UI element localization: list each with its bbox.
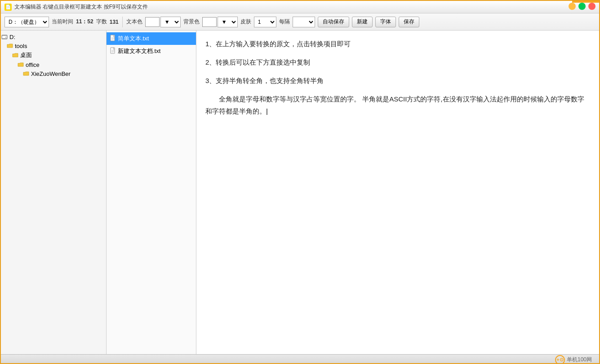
file-label-newdoc: 新建文本文档.txt	[118, 47, 160, 55]
arrow-annotation	[196, 31, 205, 84]
main-area: D:tools桌面officeXieZuoWenBer 简单文本.txt新建文本…	[1, 31, 599, 354]
window-title: 文本编辑器 右键点目录框可新建文本 按F9可以保存文件	[14, 3, 148, 11]
separator1	[122, 17, 123, 27]
content-area[interactable]: 1、在上方输入要转换的原文，点击转换项目即可2、转换后可以在下方直接选中复制3、…	[196, 31, 599, 354]
tree-label-office: office	[26, 61, 40, 68]
file-item-newdoc[interactable]: 新建文本文档.txt	[107, 45, 196, 57]
interval-label: 每隔	[279, 18, 290, 26]
char-count-label: 字数	[96, 18, 107, 26]
new-button[interactable]: 新建	[352, 17, 373, 27]
bg-color-box	[202, 17, 217, 27]
app-icon: 📄	[4, 4, 12, 11]
text-color-select[interactable]: ▼	[160, 17, 181, 27]
time-value: 11：52	[76, 18, 93, 26]
interval-select[interactable]	[293, 17, 315, 27]
tree-item-office[interactable]: office	[1, 60, 106, 69]
bg-color-wrap: ▼	[202, 17, 238, 27]
tree-icon-office	[17, 61, 24, 68]
tree-icon-tools	[6, 42, 13, 49]
content-line-line3: 3、支持半角转全角，也支持全角转半角	[205, 75, 590, 87]
text-color-wrap: ▼	[145, 17, 181, 27]
tree-label-D: D:	[9, 34, 15, 40]
file-label-simple: 简单文本.txt	[118, 35, 149, 43]
accent-line	[572, 1, 599, 3]
toolbar: D：（硬盘） 当前时间 11：52 字数 131 文本色 ▼ 背景色 ▼ 皮肤 …	[1, 13, 599, 31]
tree-item-D[interactable]: D:	[1, 32, 106, 41]
close-button[interactable]	[588, 3, 596, 10]
drive-select[interactable]: D：（硬盘）	[4, 17, 49, 27]
svg-point-2	[5, 37, 6, 38]
tree-icon-desktop	[12, 52, 19, 59]
time-label: 当前时间	[52, 18, 73, 26]
tree-icon-xiezuo	[22, 70, 30, 77]
font-button[interactable]: 字体	[375, 17, 396, 27]
title-bar: 📄 文本编辑器 右键点目录框可新建文本 按F9可以保存文件	[1, 1, 599, 13]
content-line-line1: 1、在上方输入要转换的原文，点击转换项目即可	[205, 38, 590, 50]
window-controls	[569, 3, 596, 10]
tree-item-xiezuo[interactable]: XieZuoWenBer	[1, 69, 106, 78]
bg-color-select[interactable]: ▼	[218, 17, 238, 27]
tree-item-tools[interactable]: tools	[1, 41, 106, 50]
tree-label-xiezuo: XieZuoWenBer	[31, 70, 71, 77]
tree-label-tools: tools	[15, 43, 27, 49]
content-line-line2: 2、转换后可以在下方直接选中复制	[205, 56, 590, 68]
skin-select[interactable]: 1	[254, 17, 276, 27]
text-color-box	[145, 17, 160, 27]
auto-save-button[interactable]: 自动保存	[318, 17, 349, 27]
site-name: 单机100网	[567, 356, 592, 364]
file-tree: D:tools桌面officeXieZuoWenBer	[1, 31, 107, 354]
tree-label-desktop: 桌面	[20, 51, 32, 59]
tree-icon-D	[1, 33, 8, 40]
text-color-label: 文本色	[126, 18, 142, 26]
status-logo: +⊙ 单机100网	[555, 355, 592, 364]
bg-color-label: 背景色	[183, 18, 200, 26]
save-button[interactable]: 保存	[399, 17, 419, 27]
content-line-line4: 全角就是字母和数字等与汉字占等宽位置的字。 半角就是ASCII方式的字符,在没有…	[205, 93, 590, 117]
file-icon-simple	[110, 35, 116, 43]
tree-item-desktop[interactable]: 桌面	[1, 50, 106, 60]
skin-label: 皮肤	[240, 18, 251, 26]
file-icon-newdoc	[110, 47, 116, 55]
file-item-simple[interactable]: 简单文本.txt	[107, 32, 196, 45]
char-count-value: 131	[110, 19, 119, 25]
minimize-button[interactable]	[569, 3, 576, 10]
maximize-button[interactable]	[578, 3, 586, 10]
status-bar: +⊙ 单机100网	[1, 354, 599, 364]
file-list: 简单文本.txt新建文本文档.txt	[107, 31, 196, 354]
logo-icon: +⊙	[555, 355, 565, 364]
